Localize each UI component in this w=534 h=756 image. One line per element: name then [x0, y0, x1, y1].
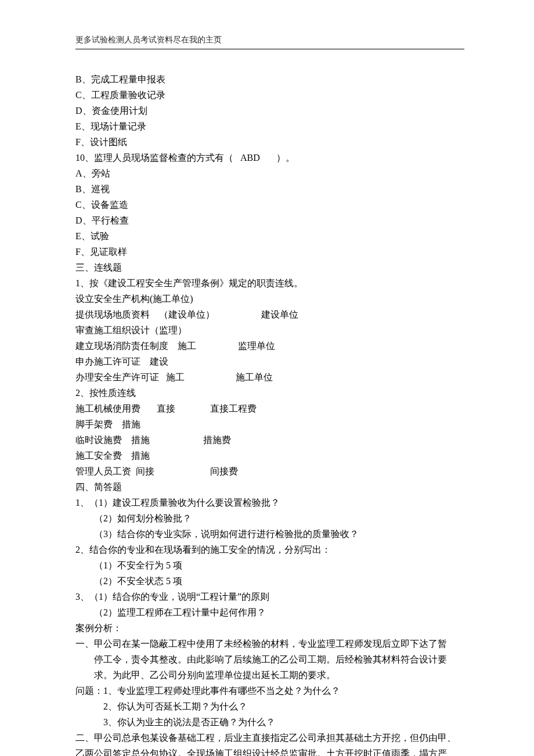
text-line: E、现场计量记录: [75, 118, 464, 134]
text-line: 办理安全生产许可证 施工 施工单位: [75, 369, 464, 385]
text-line: （2）不安全状态 5 项: [75, 573, 464, 589]
text-line: 申办施工许可证 建设: [75, 354, 464, 369]
header-text: 更多试验检测人员考试资料尽在我的主页: [75, 35, 464, 45]
text-line: 提供现场地质资料 （建设单位） 建设单位: [75, 307, 464, 322]
text-line: D、资金使用计划: [75, 103, 464, 118]
text-line: 1、按《建设工程安全生产管理条例》规定的职责连线。: [75, 275, 464, 291]
text-line: C、工程质量验收记录: [75, 87, 464, 103]
text-line: 三、连线题: [75, 260, 464, 275]
text-line: （3）结合你的专业实际，说明如何进行进行检验批的质量验收？: [75, 526, 464, 542]
text-line: 设立安全生产机构(施工单位): [75, 291, 464, 307]
text-line: 3、（1）结合你的专业，说明“工程计量”的原则: [75, 589, 464, 604]
text-line: E、试验: [75, 228, 464, 244]
text-line: 2、你认为可否延长工期？为什么？: [75, 699, 464, 714]
text-line: 10、监理人员现场监督检查的方式有（ ABD ）。: [75, 150, 464, 165]
text-line: 3、你认为业主的说法是否正确？为什么？: [75, 714, 464, 730]
text-line: B、巡视: [75, 181, 464, 197]
text-line: 问题：1、专业监理工程师处理此事件有哪些不当之处？为什么？: [75, 683, 464, 699]
text-line: （2）监理工程师在工程计量中起何作用？: [75, 604, 464, 620]
text-line: （1）不安全行为 5 项: [75, 557, 464, 573]
text-line: F、设计图纸: [75, 134, 464, 150]
text-line: 一、甲公司在某一隐蔽工程中使用了未经检验的材料，专业监理工程师发现后立即下达了暂: [75, 636, 464, 651]
text-line: A、旁站: [75, 165, 464, 181]
text-line: 四、简答题: [75, 479, 464, 495]
header-divider: [75, 49, 464, 49]
text-line: 施工安全费 措施: [75, 448, 464, 463]
text-line: 二、甲公司总承包某设备基础工程，后业主直接指定乙公司承担其基础土方开挖，但仍由甲…: [75, 730, 464, 746]
text-line: 1、（1）建设工程质量验收为什么要设置检验批？: [75, 495, 464, 510]
document-page: 更多试验检测人员考试资料尽在我的主页 B、完成工程量申报表C、工程质量验收记录D…: [0, 0, 534, 756]
text-line: （2）如何划分检验批？: [75, 510, 464, 526]
text-line: F、见证取样: [75, 244, 464, 260]
document-body: B、完成工程量申报表C、工程质量验收记录D、资金使用计划E、现场计量记录F、设计…: [75, 71, 464, 756]
text-line: 2、结合你的专业和在现场看到的施工安全的情况，分别写出：: [75, 542, 464, 557]
text-line: 施工机械使用费 直接 直接工程费: [75, 401, 464, 416]
text-line: D、平行检查: [75, 213, 464, 228]
text-line: C、设备监造: [75, 197, 464, 213]
text-line: 临时设施费 措施 措施费: [75, 432, 464, 448]
text-line: 2、按性质连线: [75, 385, 464, 401]
text-line: 乙两公司签定总分包协议。全现场施工组织设计经总监审批。土方开挖时正值雨季，塌方严: [75, 746, 464, 756]
text-line: 停工令，责令其整改。由此影响了后续施工的乙公司工期。后经检验其材料符合设计要: [75, 651, 464, 667]
text-line: 脚手架费 措施: [75, 416, 464, 432]
text-line: 求。为此甲、乙公司分别向监理单位提出延长工期的要求。: [75, 667, 464, 683]
text-line: 案例分析：: [75, 620, 464, 636]
text-line: 审查施工组织设计（监理）: [75, 322, 464, 338]
text-line: 建立现场消防责任制度 施工 监理单位: [75, 338, 464, 354]
text-line: 管理人员工资 间接 间接费: [75, 463, 464, 479]
text-line: B、完成工程量申报表: [75, 71, 464, 87]
